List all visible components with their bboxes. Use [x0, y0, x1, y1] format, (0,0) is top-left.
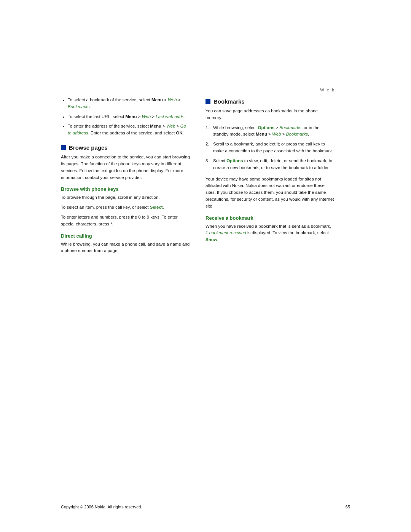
bookmarks-link-3: Bookmarks — [286, 132, 308, 136]
receive-bookmark-body: When you have received a bookmark that i… — [206, 223, 335, 243]
bookmarks-link-1: Bookmarks — [68, 104, 90, 109]
browse-phone-keys-para2: To select an item, press the call key, o… — [61, 204, 190, 211]
footer-page-number: 65 — [346, 505, 350, 509]
footer: Copyright © 2006 Nokia. All rights reser… — [0, 497, 411, 532]
web-link-4: Web — [272, 132, 281, 136]
numbered-item-1: 1. While browsing, select Options > Book… — [206, 125, 335, 138]
browse-phone-keys-para1: To browse through the page, scroll in an… — [61, 194, 190, 201]
intro-bullet-list: To select a bookmark of the service, sel… — [61, 97, 190, 137]
top-spacer — [0, 0, 411, 88]
bookmark-received-link: 1 bookmark received — [206, 230, 246, 235]
options-bold-2: Options — [226, 158, 243, 163]
num-3: 3. — [206, 158, 211, 171]
web-label: W e b — [320, 88, 335, 92]
ok-bold: OK — [176, 131, 182, 135]
browse-pages-square — [61, 145, 66, 150]
bookmarks-heading: Bookmarks — [206, 98, 335, 105]
browse-phone-keys-heading: Browse with phone keys — [61, 186, 190, 192]
web-link-3: Web — [166, 124, 175, 128]
bottom-spacer — [0, 257, 411, 334]
bullet-item-1: To select a bookmark of the service, sel… — [68, 97, 190, 110]
direct-calling-heading: Direct calling — [61, 233, 190, 239]
bullet-item-2: To select the last URL, select Menu > We… — [68, 113, 190, 120]
page-container: W e b To select a bookmark of the servic… — [0, 0, 411, 532]
bookmarks-numbered-list: 1. While browsing, select Options > Book… — [206, 125, 335, 171]
web-link-1: Web — [168, 97, 177, 102]
item1-text: While browsing, select Options > Bookmar… — [213, 125, 335, 138]
para2-after: . — [163, 205, 164, 209]
item2-text: Scroll to a bookmark, and select it; or … — [213, 141, 335, 155]
num-1: 1. — [206, 125, 211, 138]
browse-pages-heading: Browse pages — [61, 144, 190, 151]
receive-text-before: When you have received a bookmark that i… — [206, 224, 331, 228]
show-bold: Show — [206, 237, 217, 242]
content-area: To select a bookmark of the service, sel… — [0, 97, 411, 257]
lastwebaddr-link: Last web addr.. — [156, 114, 185, 119]
menu-bold-4: Menu — [256, 132, 267, 136]
numbered-item-3: 3. Select Options to view, edit, delete,… — [206, 158, 335, 171]
numbered-item-2: 2. Scroll to a bookmark, and select it; … — [206, 141, 335, 155]
item3-text: Select Options to view, edit, delete, or… — [213, 158, 335, 171]
menu-bold-3: Menu — [150, 124, 161, 128]
para2-before: To select an item, press the call key, o… — [61, 205, 150, 209]
page-header: W e b — [0, 88, 411, 92]
browse-pages-title: Browse pages — [69, 144, 108, 151]
options-bold-1: Options — [258, 125, 274, 130]
num-2: 2. — [206, 141, 211, 155]
footer-copyright: Copyright © 2006 Nokia. All rights reser… — [61, 505, 142, 509]
bookmarks-disclaimer: Your device may have some bookmarks load… — [206, 176, 335, 210]
receive-text-end: . — [217, 237, 218, 242]
receive-text-mid: is displayed. To view the bookmark, sele… — [246, 230, 329, 235]
direct-calling-body: While browsing, you can make a phone cal… — [61, 241, 190, 255]
right-column: Bookmarks You can save page addresses as… — [206, 97, 335, 257]
bullet-item-3: To enter the address of the service, sel… — [68, 123, 190, 137]
bookmarks-intro: You can save page addresses as bookmarks… — [206, 108, 335, 121]
receive-bookmark-heading: Receive a bookmark — [206, 215, 335, 221]
browse-pages-body: After you make a connection to the servi… — [61, 154, 190, 181]
bookmarks-title: Bookmarks — [213, 98, 245, 105]
select-bold: Select — [150, 205, 163, 209]
left-column: To select a bookmark of the service, sel… — [61, 97, 190, 257]
browse-phone-keys-para3: To enter letters and numbers, press the … — [61, 214, 190, 228]
web-link-2: Web — [142, 114, 151, 119]
menu-bold-2: Menu — [125, 114, 137, 119]
bookmarks-square — [206, 99, 210, 104]
bookmarks-link-2: Bookmarks — [279, 125, 301, 130]
menu-bold-1: Menu — [151, 97, 163, 102]
